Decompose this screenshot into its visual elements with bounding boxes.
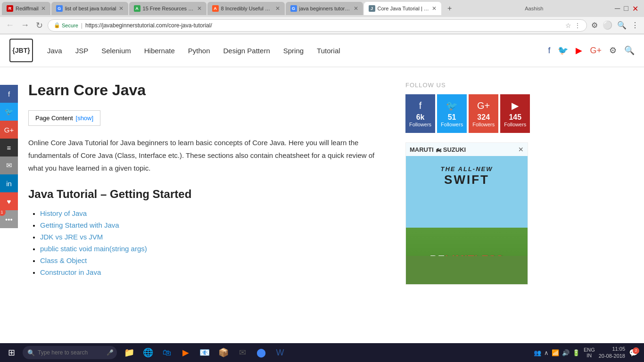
nav-spring[interactable]: Spring xyxy=(283,47,304,55)
follow-card-youtube[interactable]: ▶ 145 Followers xyxy=(500,94,530,133)
minimize-btn[interactable]: ─ xyxy=(615,4,620,13)
chrome-icons: ⚙ ⚪ 🔍 ⋮ xyxy=(590,19,640,32)
bookmark-icon[interactable]: ☆ xyxy=(565,22,571,29)
header-googleplus-icon[interactable]: G+ xyxy=(590,46,602,56)
nav-jsp[interactable]: JSP xyxy=(75,47,89,55)
tab-rediffmail[interactable]: R Rediffmail ✕ xyxy=(2,2,50,15)
ad-tagline-prefix: THE ALL-NEW xyxy=(440,165,493,173)
social-sidebar-twitter[interactable]: 🐦 xyxy=(0,103,18,121)
googleplus-count: 324 xyxy=(477,113,490,122)
nav-selenium[interactable]: Selenium xyxy=(101,47,131,55)
tutorial-list: History of Java Getting Started with Jav… xyxy=(28,209,382,276)
new-tab-btn[interactable]: + xyxy=(442,2,457,15)
social-sidebar-googleplus[interactable]: G+ xyxy=(0,121,18,139)
header-twitter-icon[interactable]: 🐦 xyxy=(558,45,568,56)
toc-box: Page Content [show] xyxy=(28,110,100,126)
tutorial-link-jdk-jre-jvm[interactable]: JDK vs JRE vs JVM xyxy=(40,233,103,241)
tab-close-btn[interactable]: ✕ xyxy=(41,5,46,12)
nav-python[interactable]: Python xyxy=(188,47,210,55)
secure-icon: 🔒 Secure xyxy=(54,22,78,28)
list-item: Getting Started with Java xyxy=(40,221,382,229)
nav-tutorial[interactable]: Tutorial xyxy=(317,47,340,55)
tutorial-link-class-object[interactable]: Class & Object xyxy=(40,256,87,264)
tab-favicon: J xyxy=(369,5,375,12)
tab-favicon: R xyxy=(7,5,13,12)
url-separator: | xyxy=(81,22,83,29)
ad-header: MARUTI 🏍 SUZUKI ✕ xyxy=(406,143,528,156)
site-nav: Java JSP Selenium Hibernate Python Desig… xyxy=(47,47,548,55)
follow-card-facebook[interactable]: f 6k Followers xyxy=(405,94,435,133)
secure-label: Secure xyxy=(62,23,78,28)
follow-card-twitter[interactable]: 🐦 51 Followers xyxy=(437,94,467,133)
tab-java-list[interactable]: G list of best java tutorial ✕ xyxy=(51,2,128,15)
chrome-menu-icon[interactable]: ⋮ xyxy=(630,19,640,31)
header-facebook-icon[interactable]: f xyxy=(548,46,550,56)
url-bar[interactable]: 🔒 Secure | https://javabeginnerstutorial… xyxy=(48,19,587,32)
tutorial-link-constructor[interactable]: Constructor in Java xyxy=(40,268,101,276)
list-item: public static void main(string args) xyxy=(40,245,382,253)
refresh-btn[interactable]: ↻ xyxy=(34,19,45,32)
tab-free-resources[interactable]: A 15 Free Resources to Le... ✕ xyxy=(129,2,206,15)
toc-show-btn[interactable]: [show] xyxy=(76,115,94,122)
nav-hibernate[interactable]: Hibernate xyxy=(144,47,175,55)
site-logo[interactable]: {JBT} xyxy=(9,39,33,62)
search-icon[interactable]: 🔍 xyxy=(616,19,628,31)
extensions-icon[interactable]: ⚙ xyxy=(590,19,599,31)
tab-core-java-active[interactable]: J Core Java Tutorial | Lea... ✕ xyxy=(364,2,441,15)
forward-btn[interactable]: → xyxy=(19,19,31,31)
ad-close-btn[interactable]: ✕ xyxy=(518,146,524,153)
url-menu-icon[interactable]: ⋮ xyxy=(574,22,581,29)
tab-java-beginners[interactable]: G java beginners tutorials ✕ xyxy=(286,2,363,15)
header-search-icon[interactable]: 🔍 xyxy=(624,45,635,56)
tab-favicon: A xyxy=(134,5,140,12)
page-title: Learn Core Java xyxy=(28,82,382,99)
toc-label: Page Content xyxy=(35,115,73,122)
nav-design-pattern[interactable]: Design Pattern xyxy=(223,47,270,55)
facebook-followers-label: Followers xyxy=(409,122,431,127)
github-icon[interactable]: ⚪ xyxy=(601,19,614,32)
ad-swift-word: SWIFT xyxy=(410,173,524,187)
header-github-icon[interactable]: ⚙ xyxy=(609,45,617,56)
tab-close-btn[interactable]: ✕ xyxy=(197,5,202,12)
tab-close-btn[interactable]: ✕ xyxy=(354,5,358,12)
social-sidebar-linkedin[interactable]: in xyxy=(0,174,18,192)
user-name: Aashish xyxy=(521,6,547,11)
social-sidebar-heart[interactable]: ♥ xyxy=(0,192,18,210)
social-sidebar: f 🐦 G+ ≡ ✉ in ♥ ••• 1 xyxy=(0,85,18,228)
back-btn[interactable]: ← xyxy=(4,19,16,31)
section-heading: Java Tutorial – Getting Started xyxy=(28,188,382,201)
follow-us-label: FOLLOW US xyxy=(405,82,528,89)
close-btn[interactable]: ✕ xyxy=(632,4,638,13)
tutorial-link-getting-started[interactable]: Getting Started with Java xyxy=(40,221,119,229)
googleplus-followers-label: Followers xyxy=(472,122,495,127)
list-item: Constructor in Java xyxy=(40,268,382,276)
tab-label: 15 Free Resources to Le... xyxy=(143,6,195,11)
tab-favicon: G xyxy=(290,5,297,12)
youtube-follow-icon: ▶ xyxy=(512,100,519,111)
social-sidebar-email[interactable]: ✉ xyxy=(0,156,18,174)
site-header: {JBT} Java JSP Selenium Hibernate Python… xyxy=(0,34,644,67)
window-controls: ─ □ ✕ xyxy=(611,4,642,13)
nav-java[interactable]: Java xyxy=(47,47,62,55)
tutorial-link-main-method[interactable]: public static void main(string args) xyxy=(40,245,147,253)
tab-close-btn[interactable]: ✕ xyxy=(275,5,280,12)
list-item: Class & Object xyxy=(40,256,382,264)
tab-label: java beginners tutorials xyxy=(299,6,351,11)
follow-card-googleplus[interactable]: G+ 324 Followers xyxy=(469,94,498,133)
social-sidebar-facebook[interactable]: f xyxy=(0,85,18,103)
maximize-btn[interactable]: □ xyxy=(624,4,628,13)
list-item: History of Java xyxy=(40,209,382,217)
list-item: JDK vs JRE vs JVM xyxy=(40,233,382,241)
url-text: https://javabeginnerstutorial.com/core-j… xyxy=(85,22,212,29)
social-sidebar-layers[interactable]: ≡ xyxy=(0,139,18,156)
tab-close-btn[interactable]: ✕ xyxy=(432,5,437,12)
tab-useful-web[interactable]: A 8 Incredibly Useful web... ✕ xyxy=(207,2,285,15)
tab-close-btn[interactable]: ✕ xyxy=(119,5,124,12)
header-youtube-icon[interactable]: ▶ xyxy=(576,45,582,56)
twitter-count: 51 xyxy=(448,113,456,122)
tab-bar: R Rediffmail ✕ G list of best java tutor… xyxy=(0,0,644,17)
main-wrapper: Learn Core Java Page Content [show] Onli… xyxy=(0,67,644,300)
sidebar: FOLLOW US f 6k Followers 🐦 51 Followers … xyxy=(396,67,528,300)
twitter-follow-icon: 🐦 xyxy=(446,100,458,111)
tutorial-link-history[interactable]: History of Java xyxy=(40,209,87,217)
